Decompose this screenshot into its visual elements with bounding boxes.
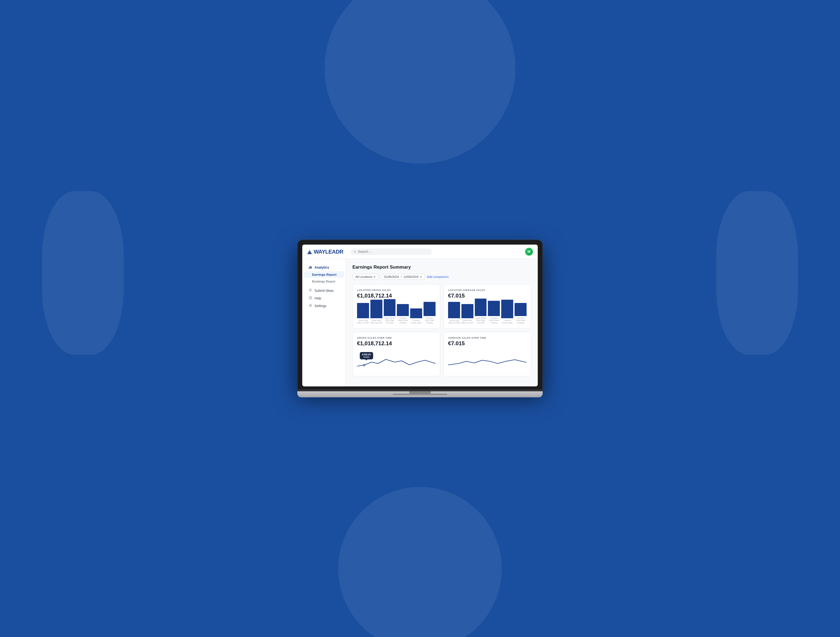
filters-bar: All Locations 01/06/2024 → 12/06/2024 Ad… (352, 274, 531, 280)
bar-group: Clyde WharfShort StayCar Park (384, 299, 396, 324)
bar (423, 302, 436, 316)
bar (397, 304, 409, 316)
bar-label: CustomsHouse Quay (411, 319, 422, 324)
bar (370, 300, 382, 318)
topbar: WAYLEADR W (302, 245, 538, 259)
cards-grid: LOCATION GROSS SALES €1,018,712.14 Quay … (352, 284, 531, 376)
sidebar: Analytics Earnings Report Bookings Repor… (302, 259, 346, 386)
search-icon (354, 250, 356, 253)
logo: WAYLEADR (306, 249, 350, 255)
card-value-avg-time: €7.015 (448, 340, 527, 346)
sidebar-item-bookings-report[interactable]: Bookings Report (304, 278, 344, 285)
card-location-gross-sales: LOCATION GROSS SALES €1,018,712.14 Quay … (352, 284, 440, 329)
laptop-notch (409, 391, 431, 394)
submit-ideas-label: Submit Ideas (314, 289, 333, 292)
svg-rect-8 (311, 267, 312, 269)
tooltip-dot (363, 364, 365, 366)
svg-point-9 (309, 289, 311, 291)
earnings-report-label: Earnings Report (312, 273, 336, 276)
bar-group: CustomsHouse Quay (501, 300, 513, 324)
chart-tooltip: €308.00 €308k (360, 352, 373, 359)
line-chart-gross: €308.00 €308k (357, 350, 436, 371)
bar-label: DooleysHotel GuestParking (489, 317, 499, 324)
analytics-label: Analytics (314, 266, 329, 269)
app-body: Analytics Earnings Report Bookings Repor… (302, 259, 538, 386)
bar-group: Quay LongStay Car Park (357, 303, 369, 324)
avatar: W (525, 247, 534, 256)
bar-group: DunnesStore StaffParking (423, 302, 436, 324)
bar-group: DunnesStore StaffParking (515, 303, 527, 324)
sidebar-item-earnings-report[interactable]: Earnings Report (304, 271, 344, 278)
svg-rect-5 (309, 267, 309, 269)
card-avg-over-time: AVERAGE SALES OVER TIME €7.015 (444, 332, 531, 376)
bar (488, 301, 500, 316)
bar (501, 300, 513, 318)
bar-label: Quay LongStay Car Park (448, 319, 460, 324)
card-label-avg-time: AVERAGE SALES OVER TIME (448, 337, 527, 339)
bar-label: Quay LongStay Car Park (357, 319, 369, 324)
bar-group: Clyde WharfShort StayCar Park (475, 299, 487, 324)
bar-chart-gross: Quay LongStay Car Park Quay ShortStay Ca… (357, 302, 436, 324)
sidebar-item-help[interactable]: ? Help (304, 294, 344, 302)
bar-group: Quay LongStay Car Park (448, 302, 460, 324)
laptop-base (297, 391, 543, 397)
date-range-label: 01/06/2024 → 12/06/2024 (384, 275, 418, 278)
lightbulb-icon (308, 289, 313, 292)
logo-text: WAYLEADR (314, 249, 343, 255)
laptop-frame: WAYLEADR W (297, 240, 543, 397)
bar-label: Clyde WharfShort StayCar Park (384, 317, 395, 324)
sidebar-item-settings[interactable]: Settings (304, 302, 344, 310)
bar-label: Clyde WharfShort StayCar Park (475, 317, 486, 324)
card-value-gross: €1,018,712.14 (357, 292, 436, 299)
card-label-gross: LOCATION GROSS SALES (357, 289, 436, 291)
bar (357, 303, 369, 318)
bar-group: Quay ShortStay Car Park (461, 304, 474, 324)
bar-group: DooleysHotel GuestParking (488, 301, 500, 324)
svg-rect-6 (309, 266, 310, 269)
bar (461, 304, 474, 318)
screen: WAYLEADR W (302, 245, 538, 386)
bar (410, 308, 422, 318)
bar (384, 299, 396, 316)
date-range-filter[interactable]: 01/06/2024 → 12/06/2024 (381, 274, 425, 280)
bar-chart-avg: Quay LongStay Car Park Quay ShortStay Ca… (448, 302, 527, 324)
bar (448, 302, 460, 318)
chevron-down-icon-2 (420, 276, 422, 278)
sidebar-item-submit-ideas[interactable]: Submit Ideas (304, 287, 344, 294)
main-content: Earnings Report Summary All Locations 01… (346, 259, 538, 386)
card-label-avg: LOCATION AVERAGE SALES (448, 289, 527, 291)
line-chart-avg (448, 350, 527, 371)
locations-filter-label: All Locations (355, 275, 372, 278)
logo-icon (306, 249, 313, 254)
bar-label: DunnesStore StaffParking (516, 317, 525, 324)
bar-label: CustomsHouse Quay (502, 319, 513, 324)
svg-text:?: ? (310, 297, 311, 299)
bar-group: DooleysHotel GuestParking (397, 304, 409, 324)
card-value-gross-time: €1,018,712.14 (357, 340, 436, 346)
help-icon: ? (308, 296, 313, 300)
sidebar-item-analytics[interactable]: Analytics (304, 264, 344, 271)
svg-line-4 (355, 252, 356, 253)
sidebar-section-analytics: Analytics Earnings Report Bookings Repor… (302, 264, 346, 285)
bar-label: Quay ShortStay Car Park (370, 319, 382, 324)
locations-filter[interactable]: All Locations (352, 274, 379, 280)
bar-label: DooleysHotel GuestParking (398, 317, 408, 324)
svg-point-15 (309, 304, 312, 307)
help-label: Help (314, 296, 321, 300)
bar-group: CustomsHouse Quay (410, 308, 422, 324)
search-bar[interactable] (350, 248, 432, 255)
svg-point-14 (310, 305, 311, 306)
tooltip-value: €308.00 (362, 353, 371, 356)
svg-rect-7 (310, 266, 311, 269)
add-comparison-btn[interactable]: Add comparison (427, 275, 449, 278)
bookings-report-label: Bookings Report (312, 280, 335, 283)
screen-bezel: WAYLEADR W (297, 240, 543, 390)
chevron-down-icon (373, 276, 376, 278)
svg-point-3 (354, 251, 356, 253)
line-chart-avg-svg (448, 350, 527, 371)
page-title: Earnings Report Summary (352, 264, 531, 270)
settings-label: Settings (314, 304, 326, 308)
search-input[interactable] (358, 250, 429, 254)
card-gross-over-time: GROSS SALES OVER TIME €1,018,712.14 €308… (352, 332, 440, 376)
bar-label: Quay ShortStay Car Park (461, 319, 474, 324)
